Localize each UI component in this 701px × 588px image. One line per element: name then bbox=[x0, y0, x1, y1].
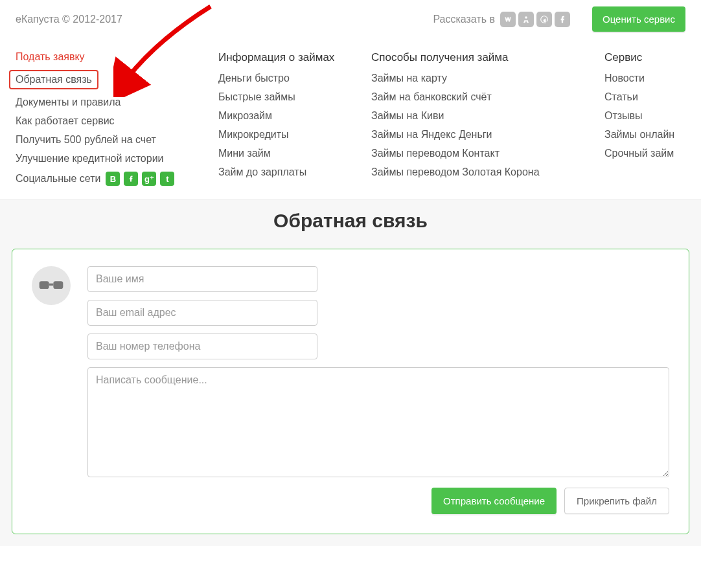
nav-news[interactable]: Новости bbox=[604, 73, 685, 84]
nav-loan-bank[interactable]: Займ на банковский счёт bbox=[371, 91, 604, 103]
nav-microcredits[interactable]: Микрокредиты bbox=[218, 129, 371, 141]
nav-loan-contact[interactable]: Займы переводом Контакт bbox=[371, 148, 604, 159]
footer-col-main: Подать заявку Обратная связь Документы и… bbox=[16, 51, 218, 186]
nav-loan-card[interactable]: Займы на карту bbox=[371, 73, 604, 84]
avatar-icon bbox=[32, 266, 71, 305]
nav-urgent-loan[interactable]: Срочный займ bbox=[604, 148, 685, 159]
gplus-green-icon[interactable]: g⁺ bbox=[142, 172, 156, 186]
nav-loan-korona[interactable]: Займы переводом Золотая Корона bbox=[371, 166, 604, 178]
col-head-info: Информация о займах bbox=[218, 51, 371, 64]
footer-col-methods: Способы получения займа Займы на карту З… bbox=[371, 51, 604, 186]
nav-articles[interactable]: Статьи bbox=[604, 91, 685, 103]
nav-feedback[interactable]: Обратная связь bbox=[9, 70, 98, 89]
fb-green-icon[interactable] bbox=[124, 172, 138, 186]
nav-documents[interactable]: Документы и правила bbox=[16, 96, 218, 108]
share-icons-group bbox=[500, 12, 570, 27]
nav-online-loans[interactable]: Займы онлайн bbox=[604, 129, 685, 141]
vk-green-icon[interactable]: B bbox=[106, 172, 120, 186]
ok-icon[interactable] bbox=[518, 12, 534, 27]
svg-rect-2 bbox=[53, 281, 63, 289]
nav-loan-yandex[interactable]: Займы на Яндекс Деньги bbox=[371, 129, 604, 141]
message-textarea[interactable] bbox=[87, 367, 669, 477]
svg-rect-1 bbox=[40, 281, 49, 289]
nav-fast-loans[interactable]: Быстрые займы bbox=[218, 91, 371, 103]
nav-microloan[interactable]: Микрозайм bbox=[218, 110, 371, 122]
attach-file-button[interactable]: Прикрепить файл bbox=[564, 488, 669, 514]
fb-icon[interactable] bbox=[555, 12, 570, 27]
nav-mini-loan[interactable]: Мини займ bbox=[218, 148, 371, 159]
nav-payday-loan[interactable]: Займ до зарплаты bbox=[218, 166, 371, 178]
email-input[interactable] bbox=[87, 300, 317, 326]
nav-social-label: Социальные сети bbox=[16, 173, 100, 185]
rate-service-button[interactable]: Оценить сервис bbox=[592, 6, 685, 32]
at-icon[interactable] bbox=[536, 12, 552, 27]
nav-fast-money[interactable]: Деньги быстро bbox=[218, 73, 371, 84]
nav-reviews[interactable]: Отзывы bbox=[604, 110, 685, 122]
nav-get-500[interactable]: Получить 500 рублей на счет bbox=[16, 134, 218, 146]
copyright-text: еКапуста © 2012-2017 bbox=[16, 14, 122, 25]
nav-how-it-works[interactable]: Как работает сервис bbox=[16, 115, 218, 127]
nav-credit-history[interactable]: Улучшение кредитной истории bbox=[16, 153, 218, 164]
footer-col-info: Информация о займах Деньги быстро Быстры… bbox=[218, 51, 371, 186]
send-message-button[interactable]: Отправить сообщение bbox=[431, 488, 557, 514]
share-label: Рассказать в bbox=[433, 14, 495, 25]
phone-input[interactable] bbox=[87, 334, 317, 359]
name-input[interactable] bbox=[87, 266, 317, 292]
nav-loan-qiwi[interactable]: Займы на Киви bbox=[371, 110, 604, 122]
footer-col-service: Сервис Новости Статьи Отзывы Займы онлай… bbox=[604, 51, 685, 186]
col-head-service: Сервис bbox=[604, 51, 685, 64]
feedback-form-card: Отправить сообщение Прикрепить файл bbox=[12, 249, 689, 534]
nav-social: Социальные сети B g⁺ t bbox=[16, 172, 218, 186]
vk-icon[interactable] bbox=[500, 12, 516, 27]
svg-point-0 bbox=[525, 16, 527, 19]
svg-rect-3 bbox=[49, 284, 54, 286]
tw-green-icon[interactable]: t bbox=[160, 172, 174, 186]
feedback-title: Обратная связь bbox=[12, 210, 689, 232]
col-head-methods: Способы получения займа bbox=[371, 51, 604, 64]
nav-apply[interactable]: Подать заявку bbox=[16, 51, 218, 63]
